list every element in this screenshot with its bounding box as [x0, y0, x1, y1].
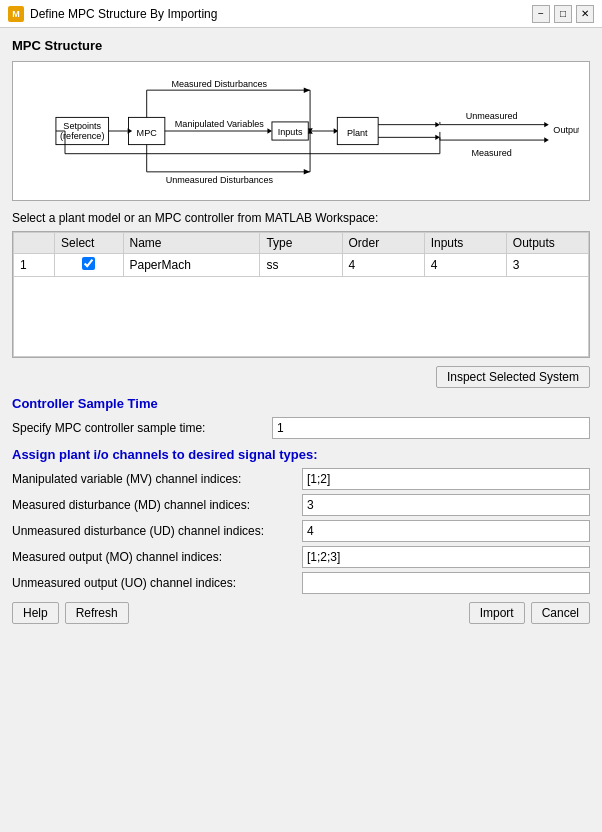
ud-row: Unmeasured disturbance (UD) channel indi…	[12, 520, 590, 542]
svg-text:Unmeasured: Unmeasured	[466, 111, 518, 121]
inspect-btn-row: Inspect Selected System	[12, 366, 590, 388]
svg-marker-21	[304, 169, 310, 174]
col-select: Select	[55, 233, 123, 254]
md-input[interactable]	[302, 494, 590, 516]
window-title: Define MPC Structure By Importing	[30, 7, 532, 21]
uo-label: Unmeasured output (UO) channel indices:	[12, 576, 302, 590]
bottom-buttons: Help Refresh Import Cancel	[12, 602, 590, 624]
row-name: PaperMach	[123, 254, 260, 277]
main-content: MPC Structure Setpoints (reference) MPC …	[0, 28, 602, 832]
md-label: Measured disturbance (MD) channel indice…	[12, 498, 302, 512]
svg-marker-32	[544, 122, 549, 127]
assign-channels-title: Assign plant i/o channels to desired sig…	[12, 447, 590, 462]
svg-text:MPC: MPC	[137, 128, 158, 138]
sample-time-input[interactable]	[272, 417, 590, 439]
svg-text:Measured: Measured	[471, 148, 511, 158]
minimize-button[interactable]: −	[532, 5, 550, 23]
model-table: Select Name Type Order Inputs Outputs 1 …	[13, 232, 589, 357]
svg-text:Plant: Plant	[347, 128, 368, 138]
sample-time-label: Specify MPC controller sample time:	[12, 421, 272, 435]
svg-marker-38	[544, 137, 549, 142]
controller-sample-time-title: Controller Sample Time	[12, 396, 590, 411]
mpc-diagram: Setpoints (reference) MPC Measured Distu…	[23, 72, 579, 190]
close-button[interactable]: ✕	[576, 5, 594, 23]
help-button[interactable]: Help	[12, 602, 59, 624]
maximize-button[interactable]: □	[554, 5, 572, 23]
mo-row: Measured output (MO) channel indices:	[12, 546, 590, 568]
svg-text:Measured Disturbances: Measured Disturbances	[171, 79, 267, 89]
row-select-cell[interactable]	[55, 254, 123, 277]
svg-marker-14	[267, 128, 272, 133]
window-controls: − □ ✕	[532, 5, 594, 23]
col-type: Type	[260, 233, 342, 254]
mpc-structure-title: MPC Structure	[12, 38, 590, 53]
svg-text:Manipulated Variables: Manipulated Variables	[175, 119, 264, 129]
col-num	[14, 233, 55, 254]
svg-marker-35	[435, 135, 440, 140]
svg-text:Outputs: Outputs	[553, 125, 579, 135]
model-table-container: Select Name Type Order Inputs Outputs 1 …	[12, 231, 590, 358]
mo-label: Measured output (MO) channel indices:	[12, 550, 302, 564]
title-bar: M Define MPC Structure By Importing − □ …	[0, 0, 602, 28]
row-inputs: 4	[424, 254, 506, 277]
uo-input[interactable]	[302, 572, 590, 594]
bottom-right-buttons: Import Cancel	[469, 602, 590, 624]
svg-text:Inputs: Inputs	[278, 127, 303, 137]
sample-time-row: Specify MPC controller sample time:	[12, 417, 590, 439]
svg-text:Setpoints: Setpoints	[63, 121, 101, 131]
assign-section: Assign plant i/o channels to desired sig…	[12, 447, 590, 594]
svg-marker-29	[435, 122, 440, 127]
row-type: ss	[260, 254, 342, 277]
mv-row: Manipulated variable (MV) channel indice…	[12, 468, 590, 490]
table-row: 1 PaperMach ss 4 4 3	[14, 254, 589, 277]
uo-row: Unmeasured output (UO) channel indices:	[12, 572, 590, 594]
workspace-label: Select a plant model or an MPC controlle…	[12, 211, 590, 225]
ud-label: Unmeasured disturbance (UD) channel indi…	[12, 524, 302, 538]
bottom-left-buttons: Help Refresh	[12, 602, 129, 624]
mv-input[interactable]	[302, 468, 590, 490]
inspect-button[interactable]: Inspect Selected System	[436, 366, 590, 388]
mv-label: Manipulated variable (MV) channel indice…	[12, 472, 302, 486]
col-name: Name	[123, 233, 260, 254]
app-icon: M	[8, 6, 24, 22]
col-inputs: Inputs	[424, 233, 506, 254]
col-order: Order	[342, 233, 424, 254]
cancel-button[interactable]: Cancel	[531, 602, 590, 624]
row-order: 4	[342, 254, 424, 277]
ud-input[interactable]	[302, 520, 590, 542]
row-outputs: 3	[506, 254, 588, 277]
refresh-button[interactable]: Refresh	[65, 602, 129, 624]
controller-section: Controller Sample Time Specify MPC contr…	[12, 396, 590, 439]
md-row: Measured disturbance (MD) channel indice…	[12, 494, 590, 516]
svg-marker-12	[304, 87, 310, 92]
diagram-box: Setpoints (reference) MPC Measured Distu…	[12, 61, 590, 201]
row-num: 1	[14, 254, 55, 277]
svg-text:(reference): (reference)	[60, 131, 104, 141]
mo-input[interactable]	[302, 546, 590, 568]
col-outputs: Outputs	[506, 233, 588, 254]
row-select-checkbox[interactable]	[82, 257, 95, 270]
import-button[interactable]: Import	[469, 602, 525, 624]
svg-text:Unmeasured Disturbances: Unmeasured Disturbances	[166, 175, 274, 185]
